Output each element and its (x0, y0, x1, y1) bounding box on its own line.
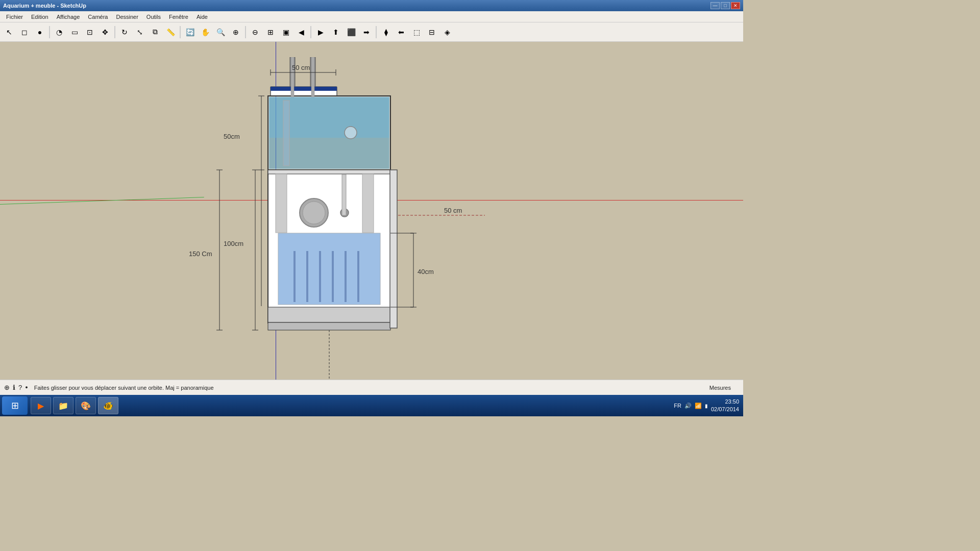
mesures-label: Mesures (709, 385, 739, 391)
taskbar: ⊞ ▶ 📁 🎨 🐠 FR 🔊 📶 ▮ 23:50 02/07/2014 (0, 395, 743, 416)
canvas[interactable]: 50cm 100cm 150 Cm 50 cm 50cm 40cm (0, 42, 743, 380)
titlebar: Aquarium + meuble - SketchUp — □ ✕ (0, 0, 743, 11)
menu-item-outils[interactable]: Outils (142, 13, 165, 21)
toolbar-tool-comp2[interactable]: ⊟ (425, 25, 439, 39)
menu-item-affichage[interactable]: Affichage (53, 13, 84, 21)
status-tip: Faites glisser pour vous déplacer suivan… (34, 385, 709, 391)
close-button[interactable]: ✕ (731, 2, 740, 9)
maximize-button[interactable]: □ (721, 2, 730, 9)
menu-item-dessiner[interactable]: Dessiner (112, 13, 142, 21)
toolbar-tool-prev[interactable]: ◀ (294, 25, 308, 39)
toolbar-tool-iso[interactable]: ⧫ (379, 25, 393, 39)
toolbar-tool-scale[interactable]: ⤡ (133, 25, 147, 39)
taskbar-app-paint[interactable]: 🎨 (76, 397, 96, 414)
toolbar-tool-zoomin[interactable]: ⊕ (229, 25, 243, 39)
svg-rect-29 (342, 174, 346, 215)
svg-text:50cm: 50cm (224, 133, 240, 140)
toolbar-tool-push[interactable]: ⊡ (83, 25, 97, 39)
svg-text:50 cm: 50 cm (292, 64, 310, 71)
toolbar-tool-rotate[interactable]: ↻ (117, 25, 132, 39)
systray: FR 🔊 📶 ▮ 23:50 02/07/2014 (674, 398, 741, 414)
svg-rect-25 (357, 251, 359, 302)
toolbar-tool-select[interactable]: ↖ (2, 25, 16, 39)
toolbar-separator (245, 26, 246, 38)
menu-item-edition[interactable]: Edition (27, 13, 53, 21)
toolbar-tool-zoomfit[interactable]: ⊞ (263, 25, 278, 39)
toolbar-tool-right[interactable]: ➡ (359, 25, 374, 39)
toolbar-separator (376, 26, 377, 38)
toolbar-tool-arc[interactable]: ◔ (52, 25, 66, 39)
start-icon: ⊞ (11, 400, 19, 411)
svg-rect-14 (268, 307, 390, 322)
svg-rect-8 (283, 101, 289, 166)
toolbar-tool-next[interactable]: ▶ (313, 25, 328, 39)
menu-item-aide[interactable]: Aide (192, 13, 212, 21)
svg-rect-30 (390, 170, 397, 328)
toolbar-tool-offset[interactable]: ⧉ (148, 25, 162, 39)
window-title: Aquarium + meuble - SketchUp (3, 3, 86, 9)
toolbar-tool-pan[interactable]: ✋ (198, 25, 212, 39)
clock-date: 02/07/2014 (711, 406, 739, 413)
start-button[interactable]: ⊞ (2, 396, 28, 415)
toolbar-separator (114, 26, 115, 38)
window-controls: — □ ✕ (710, 2, 740, 9)
toolbar-tool-rectangle[interactable]: ▭ (67, 25, 82, 39)
toolbar-separator (49, 26, 50, 38)
svg-rect-11 (311, 57, 314, 97)
folder-icon: 📁 (58, 401, 68, 411)
toolbar-tool-zoom[interactable]: 🔍 (213, 25, 228, 39)
svg-rect-20 (293, 251, 296, 302)
svg-rect-22 (319, 251, 321, 302)
model-svg: 50cm 100cm 150 Cm 50 cm 50cm 40cm (128, 57, 485, 380)
toolbar-tool-eraser[interactable]: ◻ (17, 25, 32, 39)
menu-item-caméra[interactable]: Caméra (84, 13, 112, 21)
info-icon: ℹ (13, 384, 15, 391)
toolbar: ↖◻●◔▭⊡✥↻⤡⧉📏🔄✋🔍⊕⊖⊞▣◀▶⬆⬛➡⧫⬅⬚⊟◈ (0, 22, 743, 42)
show-desktop[interactable]: ▮ (705, 403, 708, 409)
svg-rect-21 (306, 251, 308, 302)
svg-rect-24 (345, 251, 347, 302)
toolbar-tool-zoomwin[interactable]: ▣ (279, 25, 293, 39)
sketchup-icon: 🐠 (103, 401, 113, 411)
svg-text:40cm: 40cm (418, 268, 434, 276)
toolbar-tool-comp1[interactable]: ⬚ (409, 25, 424, 39)
clock: 23:50 02/07/2014 (711, 398, 739, 414)
volume-icon: 🔊 (684, 403, 692, 409)
toolbar-tool-tape[interactable]: 📏 (163, 25, 178, 39)
toolbar-tool-mat[interactable]: ◈ (440, 25, 454, 39)
svg-rect-13 (268, 170, 390, 174)
taskbar-app-sketchup[interactable]: 🐠 (98, 397, 118, 414)
svg-text:150 Cm: 150 Cm (189, 250, 212, 258)
media-icon: ▶ (38, 401, 44, 411)
statusbar: ⊕ ℹ ? ● Faites glisser pour vous déplace… (0, 380, 743, 395)
dot-icon: ● (25, 385, 28, 391)
taskbar-app-explorer[interactable]: 📁 (53, 397, 74, 414)
lang-indicator: FR (674, 403, 681, 409)
svg-text:100cm: 100cm (224, 240, 243, 247)
svg-rect-15 (268, 322, 390, 330)
taskbar-app-media[interactable]: ▶ (31, 397, 51, 414)
paint-icon: 🎨 (81, 401, 91, 411)
menubar: FichierEditionAffichageCaméraDessinerOut… (0, 11, 743, 22)
toolbar-tool-back[interactable]: ⬅ (394, 25, 408, 39)
statusbar-icons: ⊕ ℹ ? ● (4, 384, 28, 391)
menu-item-fenêtre[interactable]: Fenêtre (165, 13, 192, 21)
clock-time: 23:50 (711, 398, 739, 406)
toolbar-tool-front[interactable]: ⬛ (344, 25, 358, 39)
toolbar-tool-top[interactable]: ⬆ (329, 25, 343, 39)
svg-rect-16 (276, 174, 287, 233)
orbit-icon: ⊕ (4, 384, 10, 391)
toolbar-tool-zoomout[interactable]: ⊖ (248, 25, 262, 39)
svg-point-9 (345, 127, 357, 139)
toolbar-tool-orbit[interactable]: 🔄 (183, 25, 197, 39)
toolbar-tool-paint[interactable]: ● (33, 25, 47, 39)
network-icon: 📶 (695, 403, 702, 409)
svg-rect-17 (362, 174, 374, 233)
help-icon: ? (18, 384, 22, 391)
menu-item-fichier[interactable]: Fichier (2, 13, 27, 21)
toolbar-tool-move[interactable]: ✥ (98, 25, 112, 39)
minimize-button[interactable]: — (710, 2, 720, 9)
toolbar-separator (310, 26, 311, 38)
svg-rect-3 (271, 87, 337, 91)
svg-point-27 (303, 202, 325, 224)
